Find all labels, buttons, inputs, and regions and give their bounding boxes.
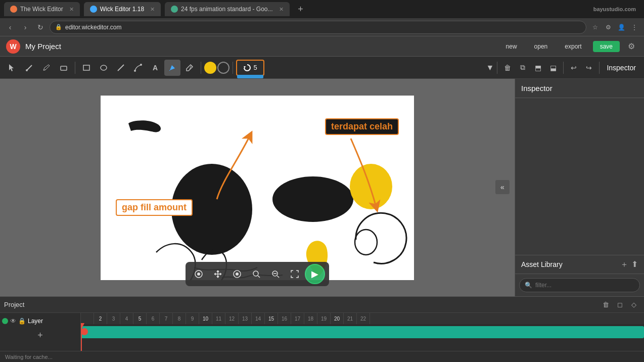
new-button[interactable]: new <box>500 41 523 52</box>
eraser-tool[interactable] <box>56 60 72 76</box>
redo-button[interactable]: ↪ <box>582 61 596 75</box>
frame-block-layer[interactable] <box>81 326 644 338</box>
gap-fill-icon <box>243 64 251 72</box>
tab-label-2: Wick Editor 1.18 <box>100 6 144 13</box>
path-tool[interactable] <box>130 60 146 76</box>
tab-close-1[interactable]: ✕ <box>69 6 74 13</box>
profile-icon[interactable]: 👤 <box>616 22 627 33</box>
svg-point-12 <box>272 176 353 222</box>
rect-tool[interactable] <box>78 60 95 76</box>
text-tool[interactable]: A <box>147 60 163 76</box>
paste-button[interactable]: ⬒ <box>531 61 545 75</box>
frame-num-15: 15 <box>265 313 278 324</box>
asset-add-button[interactable]: ＋ <box>620 259 628 270</box>
asset-filter-bar: 🔍 <box>519 278 640 292</box>
asset-upload-button[interactable]: ⬆ <box>631 259 638 270</box>
forward-button[interactable]: › <box>19 21 31 33</box>
stroke-color-swatch[interactable] <box>217 62 229 74</box>
canvas[interactable]: gap fill amount terdapat celah <box>101 96 414 280</box>
keyframe-dot[interactable] <box>81 328 88 335</box>
export-button[interactable]: export <box>559 41 587 52</box>
frames-track <box>81 324 644 340</box>
reload-button[interactable]: ↻ <box>34 21 47 33</box>
flip-button[interactable]: ⬓ <box>546 61 560 75</box>
frame-num-10: 10 <box>199 313 212 324</box>
tl-delete-button[interactable]: 🗑 <box>600 299 612 311</box>
svg-rect-4 <box>83 65 89 70</box>
collapse-panel-button[interactable]: « <box>495 180 510 194</box>
frame-num-3: 3 <box>107 313 120 324</box>
layer-color-dot[interactable] <box>2 318 8 324</box>
pencil-tool[interactable] <box>38 60 55 76</box>
fullscreen-icon[interactable] <box>286 265 304 283</box>
frame-num-8: 8 <box>173 313 186 324</box>
status-bar: Waiting for cache... <box>0 351 644 362</box>
bookmark-icon[interactable]: ☆ <box>589 22 601 33</box>
timeline-title: Project <box>4 301 24 308</box>
ellipse-tool[interactable] <box>96 60 112 76</box>
frame-num-22: 22 <box>357 313 370 324</box>
search-icon[interactable] <box>247 265 265 283</box>
address-bar[interactable]: 🔒 editor.wickeditor.com <box>50 21 586 34</box>
layer-visibility-icon[interactable]: 👁 <box>10 318 16 325</box>
svg-point-16 <box>197 273 200 276</box>
tab-wick-editor-2[interactable]: Wick Editor 1.18 ✕ <box>84 2 161 16</box>
new-tab-button[interactable]: + <box>294 2 308 16</box>
toolbar-dropdown[interactable]: ▼ <box>486 63 494 72</box>
extensions-icon[interactable]: ⚙ <box>603 22 614 33</box>
add-layer-button[interactable]: + <box>0 329 80 341</box>
save-button[interactable]: save <box>593 41 620 52</box>
svg-line-22 <box>277 276 279 278</box>
lock-icon: 🔒 <box>55 24 62 30</box>
copy-button[interactable]: ⧉ <box>516 61 530 75</box>
tab-google[interactable]: 24 fps animation standard - Goo... ✕ <box>165 2 289 16</box>
frame-num-21: 21 <box>344 313 357 324</box>
timeline-body: 👁 🔒 Layer + 2 3 4 5 6 7 8 9 10 <box>0 313 644 351</box>
tab-close-2[interactable]: ✕ <box>150 6 155 13</box>
fill-color-swatch[interactable] <box>204 62 216 74</box>
open-button[interactable]: open <box>528 41 554 52</box>
gap-fill-button[interactable]: 5 <box>236 60 264 76</box>
frame-num-4: 4 <box>120 313 133 324</box>
menu-icon[interactable]: ⋮ <box>629 22 640 33</box>
inspector-body <box>515 98 644 255</box>
layers-icon[interactable] <box>190 265 208 283</box>
app-titlebar: W My Project new open export save ⚙ <box>0 36 644 57</box>
frame-num-14: 14 <box>252 313 265 324</box>
undo-button[interactable]: ↩ <box>567 61 581 75</box>
frame-num-16: 16 <box>278 313 291 324</box>
line-tool[interactable] <box>113 60 129 76</box>
frames-area: 2 3 4 5 6 7 8 9 10 11 12 13 14 15 16 17 <box>81 313 644 351</box>
back-button[interactable]: ‹ <box>4 21 16 33</box>
frame-num-6: 6 <box>147 313 160 324</box>
frame-num-20: 20 <box>331 313 344 324</box>
play-button[interactable]: ▶ <box>305 264 325 284</box>
toolbar: A 5 ▼ 🗑 ⧉ ⬒ ⬓ ↩ ↪ Inspector <box>0 57 644 79</box>
svg-point-1 <box>26 69 28 71</box>
watermark: bayustudio.com <box>593 6 640 12</box>
tab-label-1: The Wick Editor <box>20 6 63 13</box>
layer-lock-icon[interactable]: 🔒 <box>18 318 26 325</box>
tab-wick-editor[interactable]: The Wick Editor ✕ <box>4 2 80 16</box>
svg-point-19 <box>253 271 258 276</box>
frame-num-5: 5 <box>133 313 147 324</box>
svg-point-13 <box>350 164 392 209</box>
center-icon[interactable] <box>228 265 246 283</box>
app-logo: W <box>6 39 20 54</box>
frame-num-12: 12 <box>225 313 239 324</box>
fill-tool[interactable] <box>164 60 180 76</box>
tab-favicon-2 <box>90 6 97 13</box>
tl-diamond-button[interactable]: ◇ <box>628 299 640 311</box>
frame-num-19: 19 <box>317 313 331 324</box>
svg-point-17 <box>236 273 239 276</box>
filter-input[interactable] <box>535 282 634 289</box>
brush-tool[interactable] <box>21 60 37 76</box>
cursor-tool[interactable] <box>4 60 20 76</box>
zoom-out-icon[interactable] <box>266 265 285 283</box>
settings-icon[interactable]: ⚙ <box>625 41 638 51</box>
move-icon[interactable] <box>209 265 227 283</box>
eyedropper-tool[interactable] <box>181 60 198 76</box>
tab-close-3[interactable]: ✕ <box>279 6 284 13</box>
delete-button[interactable]: 🗑 <box>500 61 515 75</box>
tl-frame-button[interactable]: ◻ <box>614 299 626 311</box>
